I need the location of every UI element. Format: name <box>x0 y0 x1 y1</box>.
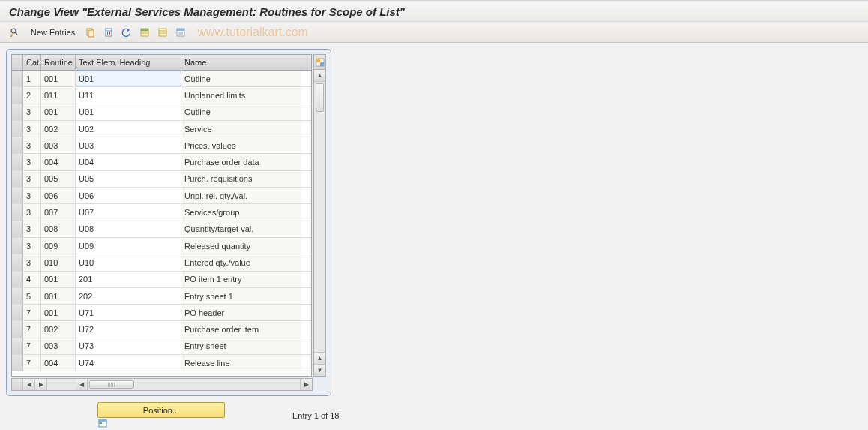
cell-routine[interactable]: 010 <box>41 254 76 270</box>
cell-text[interactable]: 202 <box>76 288 181 304</box>
cell-text[interactable]: U01 <box>76 71 181 86</box>
table-row[interactable]: 1001U01Outline <box>12 71 311 87</box>
table-row[interactable]: 3010U10Entered qty./value <box>12 254 311 271</box>
cell-cat[interactable]: 4 <box>23 272 41 287</box>
cell-name[interactable]: Outline <box>181 71 301 86</box>
table-settings-icon[interactable] <box>313 54 326 70</box>
cell-text[interactable]: U73 <box>76 338 181 354</box>
cell-name[interactable]: Outline <box>181 104 301 120</box>
cell-text[interactable]: U08 <box>76 221 181 237</box>
position-button[interactable]: Position... <box>97 402 225 418</box>
cell-routine[interactable]: 007 <box>41 204 76 220</box>
table-row[interactable]: 3007U07Services/group <box>12 204 311 221</box>
row-selector[interactable] <box>12 154 23 170</box>
cell-cat[interactable]: 7 <box>23 305 41 320</box>
table-row[interactable]: 7003U73Entry sheet <box>12 338 311 355</box>
cell-routine[interactable]: 003 <box>41 338 76 354</box>
table-row[interactable]: 3004U04Purchase order data <box>12 154 311 170</box>
cell-name[interactable]: Entered qty./value <box>181 254 301 270</box>
cell-routine[interactable]: 004 <box>41 355 76 371</box>
cell-text[interactable]: U72 <box>76 321 181 337</box>
cell-routine[interactable]: 003 <box>41 137 76 153</box>
cell-routine[interactable]: 002 <box>41 321 76 337</box>
cell-routine[interactable]: 008 <box>41 221 76 237</box>
table-row[interactable]: 7004U74Release line <box>12 355 311 371</box>
cell-routine[interactable]: 002 <box>41 121 76 137</box>
cell-routine[interactable]: 004 <box>41 154 76 170</box>
header-select-stub[interactable] <box>12 55 23 70</box>
cell-text[interactable]: U74 <box>76 355 181 371</box>
cell-routine[interactable]: 001 <box>41 71 76 86</box>
table-row[interactable]: 3003U03Prices, values <box>12 137 311 154</box>
data-grid[interactable]: Cat Routine Text Elem. Heading Name 1001… <box>11 54 312 377</box>
table-row[interactable]: 4001201PO item 1 entry <box>12 272 311 288</box>
cell-name[interactable]: PO item 1 entry <box>181 272 301 287</box>
cell-name[interactable]: Release line <box>181 355 301 371</box>
cell-cat[interactable]: 7 <box>23 321 41 337</box>
new-entries-button[interactable]: New Entries <box>25 25 80 40</box>
row-selector[interactable] <box>12 238 23 254</box>
cell-text[interactable]: U05 <box>76 171 181 187</box>
cell-cat[interactable]: 3 <box>23 238 41 254</box>
cell-cat[interactable]: 3 <box>23 188 41 203</box>
scroll-up-icon[interactable]: ▲ <box>314 70 325 82</box>
cell-text[interactable]: U02 <box>76 121 181 137</box>
cell-name[interactable]: Unplanned limits <box>181 87 301 103</box>
cell-cat[interactable]: 3 <box>23 171 41 187</box>
row-selector[interactable] <box>12 338 23 354</box>
table-row[interactable]: 3009U09Released quantity <box>12 238 311 254</box>
row-selector[interactable] <box>12 305 23 320</box>
table-row[interactable]: 3006U06Unpl. rel. qty./val. <box>12 188 311 204</box>
cell-cat[interactable]: 5 <box>23 288 41 304</box>
print-config-icon[interactable] <box>173 25 188 40</box>
hscroll-right-2[interactable]: ▶ <box>300 379 312 390</box>
row-selector[interactable] <box>12 121 23 137</box>
cell-text[interactable]: U09 <box>76 238 181 254</box>
cell-name[interactable]: Entry sheet 1 <box>181 288 301 304</box>
delete-icon[interactable] <box>101 25 116 40</box>
row-selector[interactable] <box>12 288 23 304</box>
cell-text[interactable]: U06 <box>76 188 181 203</box>
row-selector[interactable] <box>12 188 23 203</box>
cell-cat[interactable]: 3 <box>23 221 41 237</box>
table-row[interactable]: 2011U11Unplanned limits <box>12 87 311 104</box>
undo-icon[interactable] <box>119 25 134 40</box>
scroll-down-icon-upper[interactable]: ▲ <box>314 352 325 364</box>
horizontal-scrollbar[interactable]: ◀ ▶ ◀ ▶ <box>11 378 313 391</box>
row-selector[interactable] <box>12 221 23 237</box>
hscroll-left-1[interactable]: ◀ <box>23 379 35 390</box>
hscroll-right-1[interactable]: ▶ <box>35 379 47 390</box>
table-row[interactable]: 3002U02Service <box>12 121 311 137</box>
cell-text[interactable]: U11 <box>76 87 181 103</box>
scroll-down-icon[interactable]: ▼ <box>314 364 325 376</box>
cell-routine[interactable]: 005 <box>41 171 76 187</box>
select-all-icon[interactable] <box>137 25 152 40</box>
cell-text[interactable]: U01 <box>76 104 181 120</box>
cell-name[interactable]: Unpl. rel. qty./val. <box>181 188 301 203</box>
cell-text[interactable]: 201 <box>76 272 181 287</box>
table-row[interactable]: 3005U05Purch. requisitions <box>12 171 311 188</box>
cell-routine[interactable]: 001 <box>41 272 76 287</box>
cell-cat[interactable]: 3 <box>23 204 41 220</box>
cell-name[interactable]: Purchase order item <box>181 321 301 337</box>
cell-cat[interactable]: 3 <box>23 154 41 170</box>
cell-routine[interactable]: 011 <box>41 87 76 103</box>
col-header-cat[interactable]: Cat <box>23 55 41 70</box>
cell-text[interactable]: U07 <box>76 204 181 220</box>
cell-text[interactable]: U10 <box>76 254 181 270</box>
table-row[interactable]: 3008U08Quantity/target val. <box>12 221 311 238</box>
cell-name[interactable]: Released quantity <box>181 238 301 254</box>
vertical-scroll-thumb[interactable] <box>316 83 324 112</box>
row-selector[interactable] <box>12 171 23 187</box>
cell-name[interactable]: PO header <box>181 305 301 320</box>
cell-cat[interactable]: 3 <box>23 254 41 270</box>
row-selector[interactable] <box>12 254 23 270</box>
table-row[interactable]: 7002U72Purchase order item <box>12 321 311 338</box>
row-selector[interactable] <box>12 104 23 120</box>
cell-name[interactable]: Prices, values <box>181 137 301 153</box>
row-selector[interactable] <box>12 71 23 86</box>
row-selector[interactable] <box>12 272 23 287</box>
cell-name[interactable]: Quantity/target val. <box>181 221 301 237</box>
col-header-name[interactable]: Name <box>181 55 301 70</box>
table-row[interactable]: 5001202Entry sheet 1 <box>12 288 311 305</box>
